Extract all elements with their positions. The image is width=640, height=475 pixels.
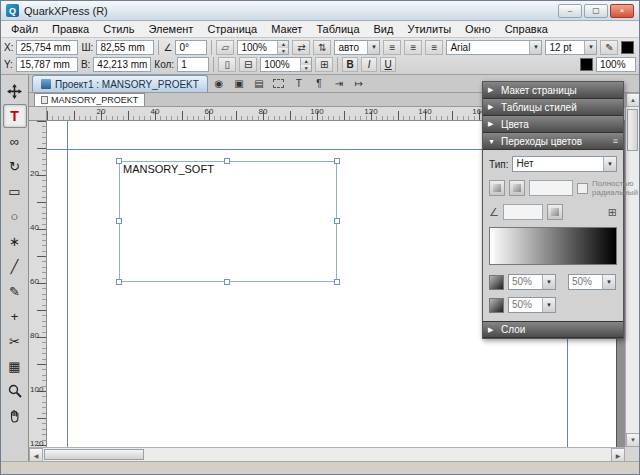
minimize-button[interactable]: – [558, 4, 582, 18]
frame-color-swatch[interactable] [621, 41, 634, 54]
resize-handle-ne[interactable] [334, 158, 340, 164]
resize-handle-se[interactable] [334, 279, 340, 285]
height-field[interactable]: 42,213 mm [93, 57, 151, 72]
width-field[interactable]: 82,55 mm [96, 40, 154, 55]
italic-button[interactable]: I [361, 57, 377, 72]
palette-header-layers[interactable]: ▶ Слои [483, 321, 623, 338]
text-color-swatch[interactable] [580, 58, 593, 71]
palette-header-color-blends[interactable]: ▼ Переходы цветов ≡ [483, 133, 623, 150]
menu-style[interactable]: Стиль [96, 21, 141, 37]
palette-header-page-layout[interactable]: ▶ Макет страницы [483, 82, 623, 99]
menu-layout[interactable]: Макет [264, 21, 309, 37]
project-tab[interactable]: Проект1 : MANSORY_PROEKT [32, 75, 208, 92]
selected-text-box[interactable]: MANSORY_SOFT [119, 161, 337, 282]
radial-blend-button[interactable] [509, 180, 525, 196]
scale-h-spinner[interactable]: ▲▼ [277, 41, 288, 54]
resize-handle-n[interactable] [224, 158, 230, 164]
line-tool[interactable]: ╱ [3, 254, 27, 278]
palette-header-style-sheets[interactable]: ▶ Таблицы стилей [483, 99, 623, 116]
pen-style-button[interactable]: ✎ [600, 40, 618, 55]
menu-table[interactable]: Таблица [309, 21, 366, 37]
horizontal-scroll-thumb[interactable] [44, 449, 144, 460]
text-box-content[interactable]: MANSORY_SOFT [123, 163, 214, 175]
scale-v-spinner[interactable]: ▲▼ [300, 58, 311, 71]
menu-page[interactable]: Страница [200, 21, 264, 37]
box-merge-button[interactable]: ⊟ [239, 57, 257, 72]
vertical-scroll-thumb[interactable] [627, 109, 638, 151]
scale-v-combo[interactable]: 100% ▲▼ [260, 57, 312, 72]
horizontal-scrollbar[interactable]: ◀ ▶ [29, 447, 625, 461]
layout-tab[interactable]: MANSORY_PROEKT [34, 93, 145, 106]
rows-view-button[interactable]: ▤ [250, 76, 268, 91]
paragraph-marks-button[interactable]: ¶ [310, 76, 328, 91]
align-center-button[interactable]: ≡ [404, 40, 422, 55]
link-order-button[interactable]: ↦ [350, 76, 368, 91]
item-tool[interactable] [3, 79, 27, 103]
underline-button[interactable]: U [380, 57, 396, 72]
blend-type-combo[interactable]: Нет ▼ [512, 156, 617, 172]
menu-view[interactable]: Вид [367, 21, 401, 37]
angle-reference-button[interactable] [547, 204, 563, 220]
zoom-tool[interactable] [3, 379, 27, 403]
grid-button[interactable]: ⊞ [315, 57, 333, 72]
shade3-combo[interactable]: 50% ▼ [508, 297, 556, 313]
x-position-field[interactable]: 25,754 mm [16, 40, 78, 55]
resize-handle-e[interactable] [334, 218, 340, 224]
text-mode-button[interactable]: T [290, 76, 308, 91]
marquee-select-button[interactable] [270, 76, 288, 91]
scale-h-combo[interactable]: 100% ▲▼ [237, 40, 289, 55]
view-mode-button[interactable]: ◉ [210, 76, 228, 91]
box-shape-button[interactable]: ▯ [218, 57, 236, 72]
font-size-combo[interactable]: 12 pt ▼ [545, 40, 597, 55]
menu-edit[interactable]: Правка [45, 21, 96, 37]
menu-item[interactable]: Элемент [142, 21, 201, 37]
menu-file[interactable]: Файл [4, 21, 45, 37]
scroll-down-button[interactable]: ▼ [626, 433, 640, 447]
menu-utilities[interactable]: Утилиты [400, 21, 458, 37]
text-content-tool[interactable]: T [3, 104, 27, 128]
table-tool[interactable]: ▦ [3, 354, 27, 378]
menu-window[interactable]: Окно [458, 21, 498, 37]
leading-combo[interactable]: авто ▼ [334, 40, 380, 55]
text-opacity-field[interactable]: 100% [596, 57, 636, 72]
flip-horizontal-button[interactable]: ⇄ [292, 40, 310, 55]
page-grid-button[interactable]: ▣ [230, 76, 248, 91]
color1-swatch[interactable] [489, 275, 504, 290]
scissors-tool[interactable]: ✂ [3, 329, 27, 353]
y-position-field[interactable]: 15,787 mm [16, 57, 78, 72]
tab-order-button[interactable]: ⇥ [330, 76, 348, 91]
resize-handle-sw[interactable] [116, 279, 122, 285]
rotation-tool[interactable]: ↻ [3, 154, 27, 178]
align-left-button[interactable]: ≡ [383, 40, 401, 55]
menu-help[interactable]: Справка [498, 21, 555, 37]
font-family-combo[interactable]: Arial ▼ [446, 40, 542, 55]
flip-vertical-button[interactable]: ⇅ [313, 40, 331, 55]
full-radial-checkbox[interactable] [577, 183, 588, 194]
starburst-tool[interactable]: ∗ [3, 229, 27, 253]
scroll-left-button[interactable]: ◀ [29, 448, 43, 462]
palette-header-colors[interactable]: ▶ Цвета [483, 116, 623, 133]
close-button[interactable]: × [610, 4, 634, 18]
color2-swatch[interactable] [489, 298, 504, 313]
vertical-ruler[interactable]: 20 40 60 80 100 120 [29, 121, 47, 447]
rectangle-box-tool[interactable]: ▭ [3, 179, 27, 203]
oval-box-tool[interactable]: ○ [3, 204, 27, 228]
bezier-pen-tool[interactable]: ✎ [3, 279, 27, 303]
blend-value-field[interactable] [529, 180, 573, 196]
resize-handle-nw[interactable] [116, 158, 122, 164]
shade2-combo[interactable]: 50% ▼ [568, 274, 616, 290]
blend-angle-field[interactable] [503, 204, 543, 220]
resize-handle-s[interactable] [224, 279, 230, 285]
resize-handle-w[interactable] [116, 218, 122, 224]
align-right-button[interactable]: ≡ [425, 40, 443, 55]
linking-tool[interactable]: ∞ [3, 129, 27, 153]
vertical-scrollbar[interactable]: ▲ ▼ [625, 93, 639, 447]
pan-tool[interactable] [3, 404, 27, 428]
bold-button[interactable]: B [342, 57, 358, 72]
palette-menu-icon[interactable]: ≡ [613, 136, 618, 146]
freehand-tool[interactable]: + [3, 304, 27, 328]
maximize-button[interactable]: ▢ [584, 4, 608, 18]
rotation-angle-field[interactable]: 0° [175, 40, 207, 55]
scroll-up-button[interactable]: ▲ [626, 93, 640, 107]
shade1-combo[interactable]: 50% ▼ [508, 274, 556, 290]
